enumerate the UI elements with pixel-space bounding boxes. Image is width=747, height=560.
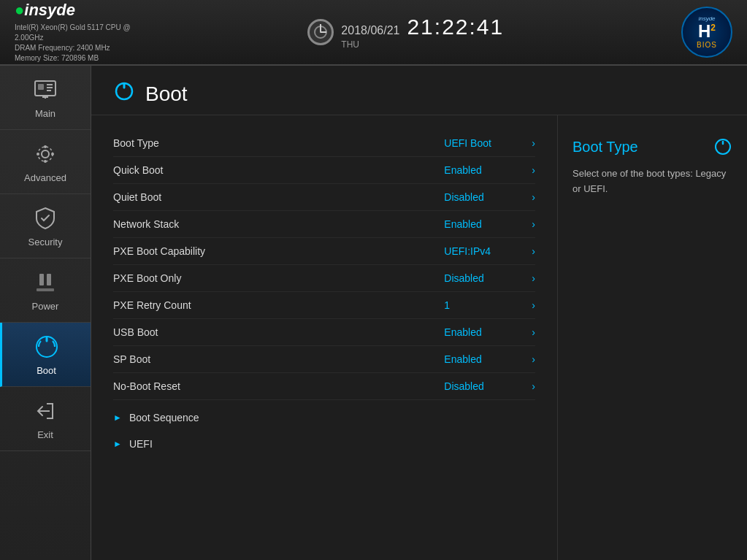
sidebar-item-security[interactable]: Security xyxy=(0,194,91,258)
main-layout: Main Advanced xyxy=(0,66,747,560)
main-icon xyxy=(31,76,59,104)
bios-logo: insyde H2 BIOS xyxy=(681,7,732,58)
setting-name: No-Boot Reset xyxy=(113,380,444,392)
info-description: Select one of the boot types: Legacy or … xyxy=(572,166,732,197)
setting-arrow: › xyxy=(532,245,535,257)
table-row[interactable]: Quiet Boot Disabled › xyxy=(113,184,535,211)
bios-label: BIOS xyxy=(697,41,717,49)
setting-name: PXE Boot Capability xyxy=(113,245,444,257)
header-left: ●insyde Intel(R) Xeon(R) Gold 5117 CPU @… xyxy=(15,1,131,64)
setting-value: Disabled xyxy=(444,272,524,284)
setting-value: UEFI:IPv4 xyxy=(444,245,524,257)
content-header: Boot xyxy=(91,66,747,115)
power-icon xyxy=(31,269,59,296)
table-row[interactable]: No-Boot Reset Disabled › xyxy=(113,373,535,400)
svg-point-10 xyxy=(42,150,49,158)
time-display: 21:22:41 xyxy=(407,15,504,39)
table-row[interactable]: Quick Boot Enabled › xyxy=(113,157,535,184)
date-display: 2018/06/21 xyxy=(341,24,399,37)
svg-point-11 xyxy=(38,147,53,161)
sidebar-item-main[interactable]: Main xyxy=(0,66,91,130)
clock-icon xyxy=(307,19,334,45)
svg-point-14 xyxy=(37,153,39,156)
svg-rect-4 xyxy=(38,84,44,90)
day-display: THU xyxy=(341,39,504,50)
sidebar: Main Advanced xyxy=(0,66,91,560)
sidebar-item-exit[interactable]: Exit xyxy=(0,387,91,451)
sidebar-label-security: Security xyxy=(28,237,63,248)
setting-value: Enabled xyxy=(444,326,524,338)
info-title: Boot Type xyxy=(572,137,732,156)
content-body: Boot Type UEFI Boot › Quick Boot Enabled… xyxy=(91,115,747,560)
setting-arrow: › xyxy=(532,191,535,203)
list-item[interactable]: ► Boot Sequence xyxy=(113,404,535,431)
submenu-label: Boot Sequence xyxy=(129,412,199,423)
info-panel: Boot Type Select one of the boot types: … xyxy=(557,115,747,560)
submenu-label: UEFI xyxy=(129,438,153,450)
setting-value: Enabled xyxy=(444,164,524,176)
svg-rect-16 xyxy=(39,274,44,285)
setting-value: Enabled xyxy=(444,218,524,230)
sidebar-label-main: Main xyxy=(35,108,55,119)
submenu-arrow-icon: ► xyxy=(113,439,122,449)
setting-name: Quiet Boot xyxy=(113,191,444,203)
svg-point-12 xyxy=(44,145,47,148)
table-row[interactable]: PXE Boot Capability UEFI:IPv4 › xyxy=(113,238,535,265)
header-center: 2018/06/21 21:22:41 THU xyxy=(307,15,504,50)
settings-list: Boot Type UEFI Boot › Quick Boot Enabled… xyxy=(113,130,535,400)
setting-arrow: › xyxy=(532,218,535,230)
setting-arrow: › xyxy=(532,164,535,176)
setting-name: Quick Boot xyxy=(113,164,444,176)
sidebar-item-power[interactable]: Power xyxy=(0,258,91,323)
setting-name: Boot Type xyxy=(113,137,444,149)
settings-panel: Boot Type UEFI Boot › Quick Boot Enabled… xyxy=(91,115,557,560)
setting-value: 1 xyxy=(444,299,524,311)
exit-icon xyxy=(31,397,59,425)
setting-arrow: › xyxy=(532,380,535,392)
setting-name: SP Boot xyxy=(113,353,444,365)
svg-point-13 xyxy=(44,160,47,163)
sidebar-label-power: Power xyxy=(32,301,59,312)
logo-text: ●insyde xyxy=(15,1,75,20)
page-power-icon xyxy=(113,80,135,107)
boot-icon xyxy=(33,333,61,361)
setting-value: Disabled xyxy=(444,380,524,392)
list-item[interactable]: ► UEFI xyxy=(113,431,535,457)
setting-arrow: › xyxy=(532,299,535,311)
table-row[interactable]: USB Boot Enabled › xyxy=(113,319,535,346)
setting-value: Enabled xyxy=(444,353,524,365)
cpu-info: Intel(R) Xeon(R) Gold 5117 CPU @ 2.00GHz… xyxy=(15,23,131,64)
setting-value: Disabled xyxy=(444,191,524,203)
header-right: insyde H2 BIOS xyxy=(681,7,732,58)
page-title: Boot xyxy=(145,83,188,106)
svg-rect-18 xyxy=(37,288,54,291)
table-row[interactable]: SP Boot Enabled › xyxy=(113,346,535,373)
sidebar-label-boot: Boot xyxy=(37,365,56,376)
sidebar-item-boot[interactable]: Boot xyxy=(0,323,91,387)
setting-arrow: › xyxy=(532,137,535,149)
header: ●insyde Intel(R) Xeon(R) Gold 5117 CPU @… xyxy=(0,0,747,66)
sidebar-label-exit: Exit xyxy=(37,429,53,440)
setting-name: PXE Boot Only xyxy=(113,272,444,284)
table-row[interactable]: PXE Retry Count 1 › xyxy=(113,292,535,319)
sidebar-label-advanced: Advanced xyxy=(24,172,66,183)
setting-arrow: › xyxy=(532,353,535,365)
submenu-list: ► Boot Sequence ► UEFI xyxy=(113,404,535,457)
table-row[interactable]: Boot Type UEFI Boot › xyxy=(113,130,535,157)
table-row[interactable]: Network Stack Enabled › xyxy=(113,211,535,238)
content-area: Boot Boot Type UEFI Boot › Quick Boot En… xyxy=(91,66,747,560)
table-row[interactable]: PXE Boot Only Disabled › xyxy=(113,265,535,292)
setting-name: USB Boot xyxy=(113,326,444,338)
svg-rect-17 xyxy=(47,274,51,285)
clock-area: 2018/06/21 21:22:41 THU xyxy=(307,15,504,50)
setting-arrow: › xyxy=(532,326,535,338)
datetime-group: 2018/06/21 21:22:41 THU xyxy=(341,15,504,50)
setting-value: UEFI Boot xyxy=(444,137,524,149)
submenu-arrow-icon: ► xyxy=(113,413,122,423)
svg-point-15 xyxy=(51,153,54,156)
advanced-icon xyxy=(31,140,59,168)
setting-name: Network Stack xyxy=(113,218,444,230)
security-icon xyxy=(31,204,59,232)
svg-point-0 xyxy=(315,26,326,38)
sidebar-item-advanced[interactable]: Advanced xyxy=(0,130,91,194)
